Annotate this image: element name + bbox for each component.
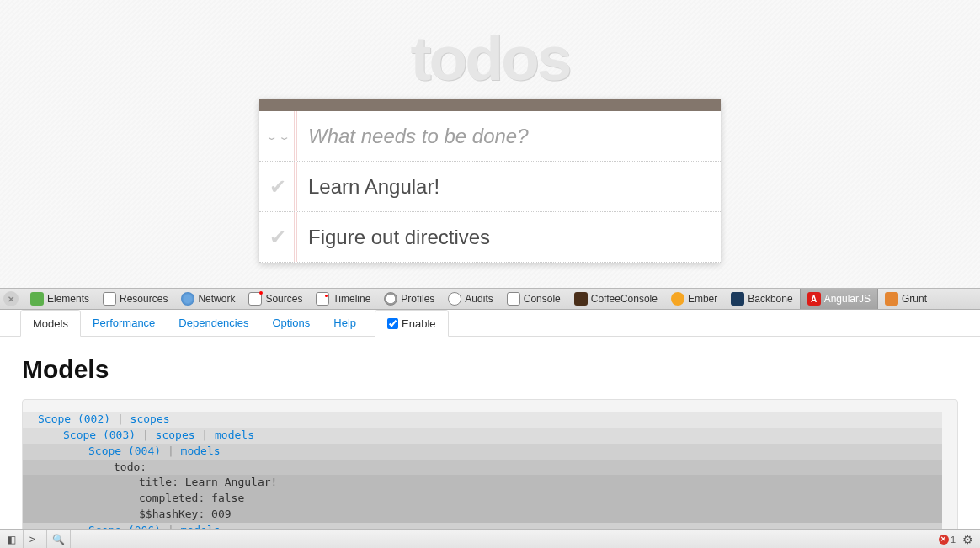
tab-label: Audits (465, 293, 493, 305)
scope-link[interactable]: Scope (002) (38, 412, 110, 425)
devtools-tab-ember[interactable]: Ember (664, 289, 724, 309)
scope-line: $$hashKey: 009 (23, 507, 942, 523)
grunt-icon (885, 292, 898, 306)
scope-link[interactable]: models (181, 444, 221, 457)
profiles-icon (384, 292, 397, 306)
checkmark-icon: ✔ (269, 226, 286, 249)
resources-icon (103, 292, 116, 306)
enable-checkbox[interactable] (387, 318, 398, 329)
devtools-tab-resources[interactable]: Resources (96, 289, 174, 309)
timeline-icon (316, 292, 329, 306)
devtools-tab-sources[interactable]: Sources (242, 289, 309, 309)
console-toggle-button[interactable]: >_ (24, 530, 47, 549)
devtools-tab-console[interactable]: Console (500, 289, 567, 309)
code-text: todo: (114, 460, 146, 473)
error-number: 1 (951, 535, 956, 545)
new-todo-input[interactable] (296, 125, 721, 148)
scope-line: completed: false (23, 491, 942, 507)
tab-label: Network (198, 293, 235, 305)
angular-subtabs: ModelsPerformanceDependenciesOptionsHelp… (0, 310, 980, 337)
devtools-tab-audits[interactable]: Audits (441, 289, 499, 309)
scope-link[interactable]: models (215, 428, 254, 441)
audits-icon (448, 292, 461, 306)
tab-label: Resources (120, 293, 168, 305)
search-button[interactable]: 🔍 (47, 530, 71, 549)
scope-line: title: Learn Angular! (23, 475, 942, 491)
todo-item: ✔ Learn Angular! (259, 162, 721, 212)
tab-label: Sources (265, 293, 302, 305)
scope-line: Scope (002) | scopes (23, 412, 942, 428)
todo-checkbox[interactable]: ✔ (259, 175, 296, 199)
code-text: completed: false (139, 492, 244, 504)
network-icon (181, 292, 194, 306)
tab-label: Profiles (401, 293, 434, 305)
scope-line: Scope (003) | scopes | models (23, 428, 942, 444)
code-text: | (195, 428, 215, 441)
scope-tree: Scope (002) | scopesScope (003) | scopes… (22, 399, 958, 548)
scope-link[interactable]: scopes (156, 428, 195, 441)
enable-toggle[interactable]: Enable (375, 310, 448, 337)
tab-label: Elements (47, 293, 89, 305)
code-text: | (110, 412, 130, 425)
backbone-icon (731, 292, 744, 306)
subtab-help[interactable]: Help (322, 310, 368, 336)
tab-label: Grunt (902, 293, 927, 305)
chevron-down-icon: ⌄⌄ (265, 130, 290, 141)
devtools-tabstrip: ✕ ElementsResourcesNetworkSourcesTimelin… (0, 288, 980, 310)
enable-label: Enable (402, 317, 435, 330)
models-panel: Models Scope (002) | scopesScope (003) |… (0, 337, 980, 548)
todo-label[interactable]: Learn Angular! (296, 175, 439, 199)
devtools-tab-elements[interactable]: Elements (24, 289, 96, 309)
new-todo-row: ⌄⌄ (259, 111, 721, 162)
devtools-tab-angularjs[interactable]: AAngularJS (800, 289, 878, 309)
tab-label: AngularJS (824, 293, 871, 305)
devtools-tab-network[interactable]: Network (174, 289, 242, 309)
subtab-dependencies[interactable]: Dependencies (167, 310, 260, 336)
card-header-bar (259, 99, 721, 111)
todo-item: ✔ Figure out directives (259, 212, 721, 263)
tab-label: CoffeeConsole (591, 293, 658, 305)
devtools-tab-coffeeconsole[interactable]: CoffeeConsole (567, 289, 664, 309)
tab-label: Console (524, 293, 561, 305)
tab-label: Ember (688, 293, 717, 305)
scope-link[interactable]: scopes (130, 412, 170, 425)
dock-toggle-button[interactable]: ◧ (0, 530, 24, 549)
scope-link[interactable]: Scope (004) (88, 444, 161, 457)
devtools-tab-backbone[interactable]: Backbone (724, 289, 799, 309)
panel-heading: Models (22, 355, 958, 384)
error-count[interactable]: ✕ 1 (939, 535, 956, 545)
scope-line: Scope (004) | models (23, 444, 942, 460)
todo-checkbox[interactable]: ✔ (259, 226, 296, 249)
subtab-performance[interactable]: Performance (81, 310, 167, 336)
scope-link[interactable]: Scope (003) (63, 428, 136, 441)
elements-icon (30, 292, 44, 306)
toggle-all[interactable]: ⌄⌄ (259, 127, 296, 146)
devtools-tab-timeline[interactable]: Timeline (309, 289, 377, 309)
app-title: todos (0, 0, 980, 94)
devtools-tab-grunt[interactable]: Grunt (878, 289, 934, 309)
todo-label[interactable]: Figure out directives (296, 226, 490, 249)
ember-icon (671, 292, 684, 306)
code-text: $$hashKey: 009 (139, 508, 232, 520)
error-icon: ✕ (939, 535, 949, 545)
close-devtools-button[interactable]: ✕ (3, 291, 19, 306)
angularjs-icon: A (807, 292, 821, 306)
code-text: title: Learn Angular! (139, 476, 277, 488)
coffeeconsole-icon (574, 292, 588, 306)
code-text: | (161, 444, 180, 457)
settings-button[interactable]: ⚙ (962, 533, 973, 546)
tab-label: Timeline (333, 293, 370, 305)
devtools-tab-profiles[interactable]: Profiles (377, 289, 441, 309)
sources-icon (248, 292, 262, 306)
tab-label: Backbone (748, 293, 792, 305)
subtab-options[interactable]: Options (260, 310, 322, 336)
devtools-statusbar: ◧ >_ 🔍 ✕ 1 ⚙ (0, 529, 980, 548)
app-viewport: todos ⌄⌄ ✔ Learn Angular! ✔ Figure out d… (0, 0, 980, 288)
todo-card: ⌄⌄ ✔ Learn Angular! ✔ Figure out directi… (259, 99, 721, 263)
checkmark-icon: ✔ (269, 175, 286, 199)
console-icon (507, 292, 520, 306)
subtab-models[interactable]: Models (20, 310, 81, 337)
scope-line: todo: (23, 460, 942, 476)
code-text: | (136, 428, 155, 441)
